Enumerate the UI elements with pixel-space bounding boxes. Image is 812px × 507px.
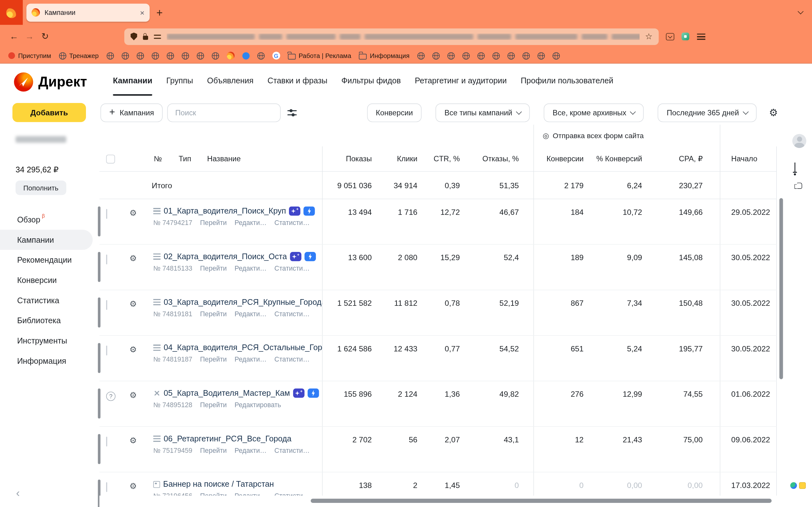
campaign-name[interactable]: 03_Карта_водителя_РСЯ_Крупные_Города <box>164 297 322 307</box>
overlay-icon[interactable] <box>799 482 806 489</box>
campaign-action-link[interactable]: Перейти <box>200 401 227 408</box>
bookmark-item[interactable] <box>520 51 531 60</box>
bookmark-item[interactable] <box>475 51 487 60</box>
tab-retargeting[interactable]: Ретаргетинг и аудитории <box>415 64 507 96</box>
bookmark-item[interactable] <box>210 51 221 60</box>
goal-header[interactable]: ◎ Отправка всех форм сайта <box>543 124 644 147</box>
campaign-action-link[interactable]: Статисти… <box>274 355 310 363</box>
tab-list-chevron-icon[interactable] <box>798 9 803 14</box>
campaign-action-link[interactable]: Редакти… <box>235 310 266 318</box>
topup-button[interactable]: Пополнить <box>15 181 66 195</box>
settings-gear-icon[interactable]: ⚙ <box>130 299 137 308</box>
col-conv-rate[interactable]: % Конверсий <box>591 147 649 171</box>
row-checkbox[interactable] <box>106 209 107 219</box>
campaign-action-link[interactable]: Статисти… <box>274 219 310 227</box>
bookmark-item[interactable] <box>550 51 562 60</box>
bookmark-item[interactable] <box>490 51 502 60</box>
row-checkbox[interactable] <box>106 482 107 492</box>
settings-gear-icon[interactable]: ⚙ <box>130 209 137 217</box>
campaign-action-link[interactable]: Перейти <box>200 447 227 454</box>
col-start[interactable]: Начало <box>720 147 777 171</box>
firefox-menu-button[interactable] <box>0 0 23 25</box>
bookmark-item[interactable] <box>415 51 426 60</box>
col-conversions[interactable]: Конверсии <box>534 147 591 171</box>
col-cpa[interactable]: CPA, ₽ <box>649 147 720 171</box>
filter-sliders-icon[interactable] <box>288 108 297 117</box>
sidebar-item-overview[interactable]: Обзорβ <box>0 210 93 230</box>
bookmark-item[interactable]: Тренажер <box>57 51 101 60</box>
bookmark-item[interactable] <box>194 51 206 60</box>
settings-gear-icon[interactable]: ⚙ <box>130 436 137 445</box>
bookmark-item[interactable] <box>240 51 252 60</box>
campaign-action-link[interactable]: Редакти… <box>235 447 266 454</box>
table-settings-gear-icon[interactable]: ⚙ <box>769 107 778 118</box>
tab-ads[interactable]: Объявления <box>207 64 253 96</box>
settings-gear-icon[interactable]: ⚙ <box>130 254 137 263</box>
row-drag-handle[interactable] <box>98 389 101 418</box>
menu-button[interactable] <box>697 33 705 40</box>
sidebar-item-campaigns[interactable]: Кампании <box>0 230 93 250</box>
notifications-button[interactable] <box>794 163 795 172</box>
horizontal-scrollbar-thumb[interactable] <box>311 499 772 503</box>
bookmark-item[interactable] <box>104 51 116 60</box>
col-impressions[interactable]: Показы <box>322 147 379 171</box>
sidebar-item-statistics[interactable]: Статистика <box>0 290 93 311</box>
row-drag-handle[interactable] <box>98 434 101 464</box>
campaign-action-link[interactable]: Перейти <box>200 355 227 363</box>
lock-icon[interactable] <box>143 36 148 40</box>
campaign-name[interactable]: 06_Ретаргетинг_РСЯ_Все_Города <box>164 434 292 443</box>
bookmark-item[interactable] <box>430 51 442 60</box>
settings-gear-icon[interactable]: ⚙ <box>130 345 137 354</box>
campaign-name[interactable]: 02_Карта_водителя_Поиск_Оста <box>164 252 287 261</box>
bookmark-item[interactable] <box>224 51 237 60</box>
campaign-action-link[interactable]: Статисти… <box>274 310 310 318</box>
settings-gear-icon[interactable]: ⚙ <box>130 482 137 491</box>
sidebar-item-recommendations[interactable]: Рекомендации <box>0 250 93 270</box>
col-clicks[interactable]: Клики <box>379 147 425 171</box>
row-checkbox[interactable] <box>106 300 107 310</box>
bookmark-item[interactable]: G <box>270 51 282 60</box>
yandex-direct-logo[interactable]: Директ <box>14 72 87 92</box>
tab-user-profiles[interactable]: Профили пользователей <box>521 64 613 96</box>
campaign-action-link[interactable]: Редакти… <box>235 219 266 227</box>
vertical-scrollbar[interactable] <box>779 198 783 379</box>
overlay-icon[interactable] <box>790 482 797 489</box>
col-ctr[interactable]: CTR, % <box>425 147 467 171</box>
campaign-action-link[interactable]: Перейти <box>200 264 227 272</box>
new-tab-button[interactable]: + <box>156 7 163 18</box>
row-drag-handle[interactable] <box>98 252 101 282</box>
archive-filter[interactable]: Все, кроме архивных <box>544 103 644 122</box>
bookmark-item[interactable] <box>149 51 161 60</box>
row-drag-handle[interactable] <box>98 206 101 236</box>
campaign-action-link[interactable]: Перейти <box>200 310 227 318</box>
conversions-button[interactable]: Конверсии <box>367 103 421 122</box>
tab-close-icon[interactable]: × <box>140 9 144 16</box>
bookmark-star-icon[interactable]: ☆ <box>645 32 653 42</box>
select-all-checkbox[interactable] <box>106 154 115 163</box>
campaign-action-link[interactable]: Статисти… <box>274 264 310 272</box>
pocket-save-icon[interactable] <box>666 33 674 40</box>
campaign-name[interactable]: Баннер на поиске / Татарстан <box>163 480 274 489</box>
bookmark-item[interactable]: Приступим <box>6 51 53 60</box>
bookmark-item[interactable]: Работа | Реклама <box>286 51 353 60</box>
extension-icon[interactable] <box>681 33 689 40</box>
campaign-action-link[interactable]: Статисти… <box>274 447 310 454</box>
col-name[interactable]: Название <box>207 155 241 163</box>
campaign-action-link[interactable]: Редакти… <box>235 355 266 363</box>
tab-campaigns[interactable]: Кампании <box>113 64 152 96</box>
bookmark-item[interactable] <box>536 51 547 60</box>
user-avatar[interactable] <box>792 134 806 148</box>
bookmark-item[interactable] <box>445 51 457 60</box>
bookmark-item[interactable] <box>180 51 191 60</box>
bookmark-item[interactable] <box>460 51 472 60</box>
browser-tab[interactable]: Кампании × <box>26 3 150 21</box>
campaign-action-link[interactable]: Перейти <box>200 219 227 227</box>
sidebar-item-conversions[interactable]: Конверсии <box>0 270 93 290</box>
campaign-type-filter[interactable]: Все типы кампаний <box>436 103 530 122</box>
settings-gear-icon[interactable]: ⚙ <box>130 391 137 400</box>
address-bar[interactable]: ☆ <box>124 28 659 45</box>
tab-bids-phrases[interactable]: Ставки и фразы <box>267 64 327 96</box>
tab-feed-filters[interactable]: Фильтры фидов <box>341 64 401 96</box>
add-button[interactable]: Добавить <box>12 103 86 122</box>
col-bounce[interactable]: Отказы, % <box>467 147 534 171</box>
